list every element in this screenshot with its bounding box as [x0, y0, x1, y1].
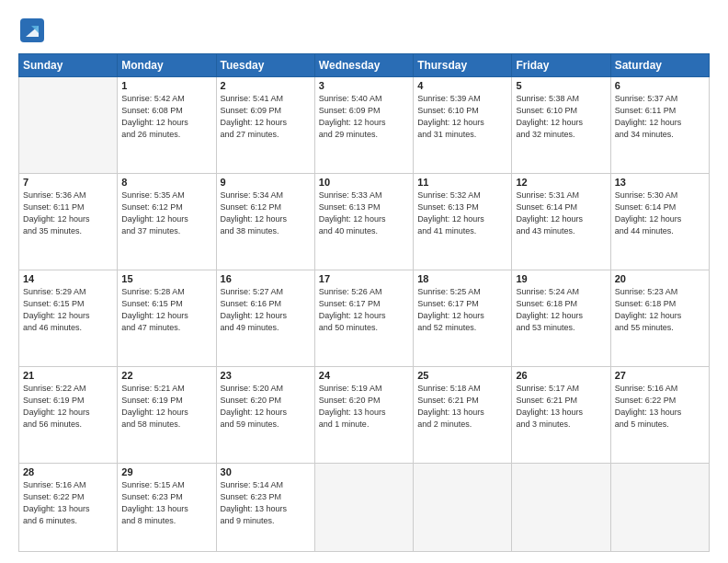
day-info: Sunrise: 5:37 AM Sunset: 6:11 PM Dayligh… [615, 93, 705, 141]
day-info: Sunrise: 5:36 AM Sunset: 6:11 PM Dayligh… [23, 190, 113, 237]
day-info: Sunrise: 5:22 AM Sunset: 6:19 PM Dayligh… [23, 383, 113, 431]
day-info: Sunrise: 5:38 AM Sunset: 6:10 PM Dayligh… [516, 93, 606, 141]
calendar-header-row: SundayMondayTuesdayWednesdayThursdayFrid… [19, 54, 710, 77]
day-info: Sunrise: 5:26 AM Sunset: 6:17 PM Dayligh… [319, 286, 409, 334]
calendar-cell: 18Sunrise: 5:25 AM Sunset: 6:17 PM Dayli… [414, 270, 512, 366]
day-info: Sunrise: 5:14 AM Sunset: 6:23 PM Dayligh… [221, 479, 311, 527]
day-number: 14 [23, 273, 113, 284]
day-info: Sunrise: 5:27 AM Sunset: 6:16 PM Dayligh… [221, 286, 311, 334]
day-number: 12 [516, 177, 606, 188]
day-number: 21 [23, 370, 113, 381]
day-info: Sunrise: 5:20 AM Sunset: 6:20 PM Dayligh… [221, 383, 311, 431]
col-header-tuesday: Tuesday [216, 54, 314, 77]
day-info: Sunrise: 5:24 AM Sunset: 6:18 PM Dayligh… [516, 286, 606, 334]
day-number: 20 [615, 273, 705, 284]
day-number: 18 [417, 273, 507, 284]
calendar-week-row: 1Sunrise: 5:42 AM Sunset: 6:08 PM Daylig… [19, 77, 710, 174]
col-header-monday: Monday [118, 54, 216, 77]
day-number: 26 [516, 370, 606, 381]
svg-rect-0 [20, 18, 44, 42]
day-info: Sunrise: 5:23 AM Sunset: 6:18 PM Dayligh… [615, 286, 705, 334]
day-number: 5 [516, 80, 606, 91]
day-info: Sunrise: 5:42 AM Sunset: 6:08 PM Dayligh… [121, 93, 211, 141]
day-info: Sunrise: 5:15 AM Sunset: 6:23 PM Dayligh… [121, 479, 211, 527]
calendar-cell: 13Sunrise: 5:30 AM Sunset: 6:14 PM Dayli… [610, 173, 709, 270]
col-header-friday: Friday [512, 54, 610, 77]
day-number: 13 [615, 177, 705, 188]
calendar-cell: 27Sunrise: 5:16 AM Sunset: 6:22 PM Dayli… [610, 366, 709, 463]
day-info: Sunrise: 5:40 AM Sunset: 6:09 PM Dayligh… [319, 93, 409, 141]
calendar-cell: 2Sunrise: 5:41 AM Sunset: 6:09 PM Daylig… [216, 77, 314, 174]
calendar-cell: 11Sunrise: 5:32 AM Sunset: 6:13 PM Dayli… [414, 173, 512, 270]
calendar-cell: 16Sunrise: 5:27 AM Sunset: 6:16 PM Dayli… [216, 270, 314, 366]
day-info: Sunrise: 5:17 AM Sunset: 6:21 PM Dayligh… [516, 383, 606, 431]
day-number: 30 [221, 466, 311, 477]
day-number: 22 [121, 370, 211, 381]
day-number: 24 [319, 370, 409, 381]
col-header-saturday: Saturday [610, 54, 709, 77]
col-header-wednesday: Wednesday [314, 54, 413, 77]
day-info: Sunrise: 5:33 AM Sunset: 6:13 PM Dayligh… [319, 190, 409, 237]
calendar-cell: 19Sunrise: 5:24 AM Sunset: 6:18 PM Dayli… [512, 270, 610, 366]
calendar-cell: 9Sunrise: 5:34 AM Sunset: 6:12 PM Daylig… [216, 173, 314, 270]
calendar-cell: 1Sunrise: 5:42 AM Sunset: 6:08 PM Daylig… [118, 77, 216, 174]
calendar-cell: 21Sunrise: 5:22 AM Sunset: 6:19 PM Dayli… [19, 366, 118, 463]
calendar-cell: 17Sunrise: 5:26 AM Sunset: 6:17 PM Dayli… [314, 270, 413, 366]
day-info: Sunrise: 5:29 AM Sunset: 6:15 PM Dayligh… [23, 286, 113, 334]
day-info: Sunrise: 5:39 AM Sunset: 6:10 PM Dayligh… [417, 93, 507, 141]
day-number: 9 [221, 177, 311, 188]
day-number: 15 [121, 273, 211, 284]
calendar-cell: 7Sunrise: 5:36 AM Sunset: 6:11 PM Daylig… [19, 173, 118, 270]
calendar-cell: 4Sunrise: 5:39 AM Sunset: 6:10 PM Daylig… [414, 77, 512, 174]
calendar-cell: 26Sunrise: 5:17 AM Sunset: 6:21 PM Dayli… [512, 366, 610, 463]
day-info: Sunrise: 5:19 AM Sunset: 6:20 PM Dayligh… [319, 383, 409, 431]
day-number: 11 [417, 177, 507, 188]
day-number: 23 [221, 370, 311, 381]
day-info: Sunrise: 5:16 AM Sunset: 6:22 PM Dayligh… [23, 479, 113, 527]
calendar-cell: 29Sunrise: 5:15 AM Sunset: 6:23 PM Dayli… [118, 463, 216, 551]
calendar-week-row: 14Sunrise: 5:29 AM Sunset: 6:15 PM Dayli… [19, 270, 710, 366]
calendar-cell: 23Sunrise: 5:20 AM Sunset: 6:20 PM Dayli… [216, 366, 314, 463]
day-info: Sunrise: 5:32 AM Sunset: 6:13 PM Dayligh… [417, 190, 507, 237]
day-info: Sunrise: 5:21 AM Sunset: 6:19 PM Dayligh… [121, 383, 211, 431]
day-number: 3 [319, 80, 409, 91]
day-number: 7 [23, 177, 113, 188]
calendar-cell: 14Sunrise: 5:29 AM Sunset: 6:15 PM Dayli… [19, 270, 118, 366]
day-number: 4 [417, 80, 507, 91]
day-info: Sunrise: 5:41 AM Sunset: 6:09 PM Dayligh… [221, 93, 311, 141]
calendar-cell [512, 463, 610, 551]
day-info: Sunrise: 5:35 AM Sunset: 6:12 PM Dayligh… [121, 190, 211, 237]
calendar-cell: 6Sunrise: 5:37 AM Sunset: 6:11 PM Daylig… [610, 77, 709, 174]
day-info: Sunrise: 5:30 AM Sunset: 6:14 PM Dayligh… [615, 190, 705, 237]
calendar-cell: 30Sunrise: 5:14 AM Sunset: 6:23 PM Dayli… [216, 463, 314, 551]
day-number: 6 [615, 80, 705, 91]
day-info: Sunrise: 5:28 AM Sunset: 6:15 PM Dayligh… [121, 286, 211, 334]
logo-icon [18, 17, 46, 44]
calendar-cell: 28Sunrise: 5:16 AM Sunset: 6:22 PM Dayli… [19, 463, 118, 551]
day-info: Sunrise: 5:34 AM Sunset: 6:12 PM Dayligh… [221, 190, 311, 237]
day-number: 17 [319, 273, 409, 284]
calendar-cell [610, 463, 709, 551]
calendar-cell: 22Sunrise: 5:21 AM Sunset: 6:19 PM Dayli… [118, 366, 216, 463]
calendar-cell [414, 463, 512, 551]
day-number: 28 [23, 466, 113, 477]
day-info: Sunrise: 5:25 AM Sunset: 6:17 PM Dayligh… [417, 286, 507, 334]
day-number: 8 [121, 177, 211, 188]
day-number: 19 [516, 273, 606, 284]
day-number: 1 [121, 80, 211, 91]
day-info: Sunrise: 5:31 AM Sunset: 6:14 PM Dayligh… [516, 190, 606, 237]
calendar-cell [19, 77, 118, 174]
day-number: 2 [221, 80, 311, 91]
calendar-cell: 3Sunrise: 5:40 AM Sunset: 6:09 PM Daylig… [314, 77, 413, 174]
day-number: 16 [221, 273, 311, 284]
calendar-cell: 8Sunrise: 5:35 AM Sunset: 6:12 PM Daylig… [118, 173, 216, 270]
calendar-cell [314, 463, 413, 551]
calendar-cell: 25Sunrise: 5:18 AM Sunset: 6:21 PM Dayli… [414, 366, 512, 463]
calendar-week-row: 7Sunrise: 5:36 AM Sunset: 6:11 PM Daylig… [19, 173, 710, 270]
col-header-sunday: Sunday [19, 54, 118, 77]
calendar-cell: 15Sunrise: 5:28 AM Sunset: 6:15 PM Dayli… [118, 270, 216, 366]
calendar-table: SundayMondayTuesdayWednesdayThursdayFrid… [18, 53, 710, 552]
col-header-thursday: Thursday [414, 54, 512, 77]
page-header [18, 17, 710, 44]
calendar-cell: 12Sunrise: 5:31 AM Sunset: 6:14 PM Dayli… [512, 173, 610, 270]
